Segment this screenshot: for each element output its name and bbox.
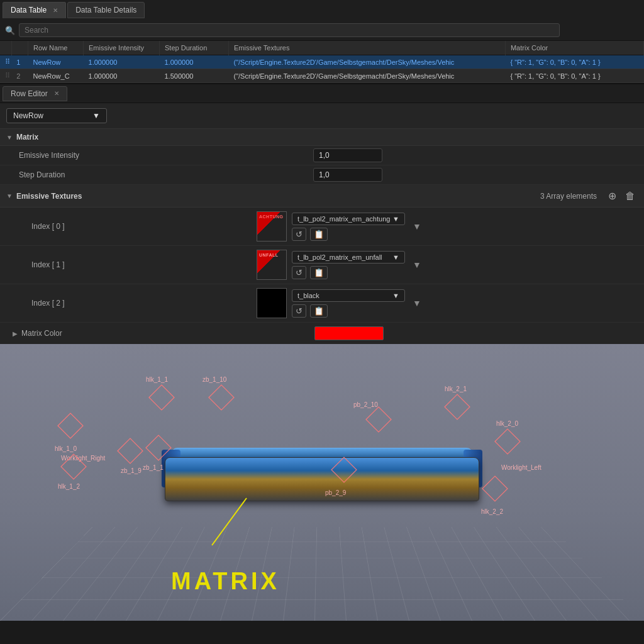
texture-browse-button-2[interactable]: 📋 xyxy=(310,304,328,318)
tab-data-table-details-label: Data Table Details xyxy=(75,6,136,14)
emissive-intensity-value xyxy=(308,146,644,165)
tab-data-table-details[interactable]: Data Table Details xyxy=(67,2,145,18)
col-stepdur-header[interactable]: Step Duration xyxy=(160,41,229,55)
search-icon: 🔍 xyxy=(5,26,15,35)
texture-dropdown-0[interactable]: t_lb_pol2_matrix_em_achtung ▼ xyxy=(292,213,405,225)
data-table: Row Name Emissive Intensity Step Duratio… xyxy=(0,41,644,83)
texture-controls-2: t_black ▼ ↺ 📋 xyxy=(292,289,405,318)
texture-browse-button-1[interactable]: 📋 xyxy=(310,266,328,279)
row-drag-handle[interactable]: ⠿ xyxy=(0,55,11,69)
matrix-section-header[interactable]: ▼ Matrix xyxy=(0,129,644,146)
label-hlk-1-0: hlk_1_0 xyxy=(55,445,77,452)
matrix-color-text: Matrix Color xyxy=(21,329,62,338)
svg-marker-0 xyxy=(58,413,83,438)
svg-marker-4 xyxy=(209,385,234,410)
row-name: NewRow_C xyxy=(28,69,84,83)
row-selector-dropdown[interactable]: NewRow ▼ xyxy=(6,108,107,123)
section-collapse-icon: ▼ xyxy=(6,134,13,141)
array-collapse-icon: ▼ xyxy=(6,192,13,199)
texture-dropdown-1[interactable]: t_lb_pol2_matrix_em_unfall ▼ xyxy=(292,251,405,264)
texture-preview-0: ACHTUNG xyxy=(257,211,287,242)
expand-button-0[interactable]: ▼ xyxy=(413,221,421,231)
tab-data-table-label: Data Table xyxy=(11,6,47,14)
tab-bar: Data Table ✕ Data Table Details xyxy=(0,0,644,20)
expand-button-1[interactable]: ▼ xyxy=(413,260,421,270)
svg-marker-9 xyxy=(445,394,470,419)
label-hlk-1-1: hlk_1_1 xyxy=(146,376,168,383)
matrix-color-arrow-icon: ▶ xyxy=(13,330,18,337)
texture-controls-0: t_lb_pol2_matrix_em_achtung ▼ ↺ 📋 xyxy=(292,213,405,241)
texture-browse-button-0[interactable]: 📋 xyxy=(310,228,328,241)
dropdown-arrow-icon: ▼ xyxy=(392,253,399,261)
row-emissive-intensity: 1.000000 xyxy=(84,55,160,69)
texture-controls-1: t_lb_pol2_matrix_em_unfall ▼ ↺ 📋 xyxy=(292,251,405,279)
step-duration-value xyxy=(308,165,644,184)
texture-reset-button-0[interactable]: ↺ xyxy=(292,228,306,241)
col-drag-header xyxy=(0,41,11,55)
emissive-intensity-row: Emissive Intensity xyxy=(0,146,644,165)
row-num: 2 xyxy=(11,69,28,83)
array-section-label: Emissive Textures xyxy=(16,192,536,201)
row-num: 1 xyxy=(11,55,28,69)
emissive-intensity-label: Emissive Intensity xyxy=(0,148,308,163)
texture-action-row-1: ↺ 📋 xyxy=(292,266,405,279)
row-name: NewRow xyxy=(28,55,84,69)
table-row[interactable]: ⠿ 2 NewRow_C 1.000000 1.500000 ("/Script… xyxy=(0,69,644,83)
table-row[interactable]: ⠿ 1 NewRow 1.000000 1.000000 ("/Script/E… xyxy=(0,55,644,69)
array-index-0-label: Index [ 0 ] xyxy=(6,222,252,231)
texture-dropdown-2[interactable]: t_black ▼ xyxy=(292,289,405,302)
row-matrix-color: { "R": 1, "G": 0, "B": 0, "A": 1 } xyxy=(505,69,643,83)
svg-marker-5 xyxy=(61,454,86,479)
svg-marker-1 xyxy=(58,413,83,438)
row-emissive-textures: ("/Script/Engine.Texture2D'/Game/Selbstg… xyxy=(228,55,505,69)
table-header-row: Row Name Emissive Intensity Step Duratio… xyxy=(0,41,644,55)
add-array-element-button[interactable]: ⊕ xyxy=(606,189,619,203)
search-input[interactable] xyxy=(19,23,560,37)
row-selector-value: NewRow xyxy=(13,111,43,120)
expand-button-2[interactable]: ▼ xyxy=(413,298,421,308)
col-emint-header[interactable]: Emissive Intensity xyxy=(84,41,160,55)
row-drag-handle[interactable]: ⠿ xyxy=(0,69,11,83)
texture-action-row-0: ↺ 📋 xyxy=(292,228,405,241)
svg-marker-3 xyxy=(149,385,174,410)
row-selector-bar: NewRow ▼ xyxy=(0,103,644,129)
col-matcolor-header[interactable]: Matrix Color xyxy=(505,41,643,55)
array-index-2-label: Index [ 2 ] xyxy=(6,299,252,308)
step-duration-input[interactable] xyxy=(313,168,382,182)
row-matrix-color: { "R": 1, "G": 0, "B": 0, "A": 1 } xyxy=(505,55,643,69)
texture-preview-2 xyxy=(257,288,287,318)
lightbar-body xyxy=(165,457,479,501)
row-emissive-textures: ("/Script/Engine.Texture2D'/Game/Selbstg… xyxy=(228,69,505,83)
texture-name-0: t_lb_pol2_matrix_em_achtung xyxy=(297,215,390,223)
viewport-panel: hlk_1_0 hlk_1_1 zb_1_10 Worklight_Right … xyxy=(0,344,644,621)
texture-name-2: t_black xyxy=(297,292,319,299)
dropdown-arrow-icon: ▼ xyxy=(392,292,399,299)
row-step-duration: 1.000000 xyxy=(160,55,229,69)
step-duration-row: Step Duration xyxy=(0,165,644,185)
matrix-color-swatch[interactable] xyxy=(314,326,384,340)
array-index-1-label: Index [ 1 ] xyxy=(6,260,252,269)
col-name-header[interactable]: Row Name xyxy=(28,41,84,55)
matrix-color-label: ▶ Matrix Color xyxy=(6,329,314,338)
matrix-color-row: ▶ Matrix Color xyxy=(0,323,644,344)
row-editor-tab[interactable]: Row Editor ✕ xyxy=(3,86,67,101)
texture-reset-button-2[interactable]: ↺ xyxy=(292,304,306,318)
array-item-2: Index [ 2 ] t_black ▼ ↺ 📋 ▼ xyxy=(0,284,644,323)
delete-array-element-button[interactable]: 🗑 xyxy=(623,189,638,203)
row-editor-tab-label: Row Editor xyxy=(11,89,48,98)
tab-data-table[interactable]: Data Table ✕ xyxy=(3,2,66,18)
texture-reset-button-1[interactable]: ↺ xyxy=(292,266,306,279)
tab-close-icon[interactable]: ✕ xyxy=(53,7,58,14)
model-3d xyxy=(102,419,542,545)
label-hlk-1-2: hlk_1_2 xyxy=(58,483,80,490)
row-editor-close-icon[interactable]: ✕ xyxy=(54,90,59,97)
label-zb-1-10: zb_1_10 xyxy=(203,376,227,383)
step-duration-label: Step Duration xyxy=(0,167,308,182)
array-item-1: Index [ 1 ] UNFALL t_lb_pol2_matrix_em_u… xyxy=(0,246,644,284)
emissive-intensity-input[interactable] xyxy=(313,148,382,162)
texture-action-row-2: ↺ 📋 xyxy=(292,304,405,318)
col-emtex-header[interactable]: Emissive Textures xyxy=(228,41,505,55)
row-emissive-intensity: 1.000000 xyxy=(84,69,160,83)
chevron-down-icon: ▼ xyxy=(92,111,100,120)
label-pb-2-10: pb_2_10 xyxy=(353,401,378,408)
